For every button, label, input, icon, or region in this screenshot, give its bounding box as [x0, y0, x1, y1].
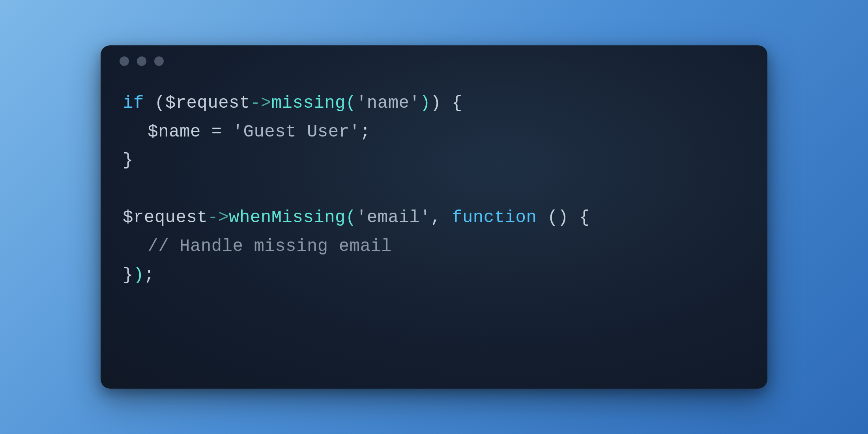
code-line-7: }); [123, 261, 745, 290]
brace-open: { [452, 93, 462, 113]
paren-open: ( [547, 208, 558, 227]
string-literal: 'name' [356, 93, 420, 113]
method-missing: missing [271, 93, 346, 113]
code-line-4-empty [123, 175, 745, 204]
code-line-1: if ($request->missing('name')) { [123, 89, 745, 118]
traffic-light-minimize-icon[interactable] [137, 56, 146, 66]
window-titlebar [101, 45, 767, 77]
semicolon: ; [360, 122, 370, 142]
assign-operator: = [211, 122, 222, 142]
string-literal: 'Guest User' [233, 122, 360, 142]
paren-open: ( [346, 208, 356, 227]
string-literal: 'email' [356, 208, 430, 227]
comment: // Handle missing email [148, 236, 392, 256]
keyword-function: function [452, 208, 537, 227]
code-line-3: } [123, 146, 745, 175]
code-line-6: // Handle missing email [123, 232, 745, 261]
paren-open: ( [155, 93, 165, 113]
keyword-if: if [123, 93, 144, 113]
brace-open: { [579, 208, 590, 227]
paren-close: ) [133, 265, 144, 285]
semicolon: ; [144, 265, 155, 285]
brace-close: } [123, 265, 133, 285]
variable-request: $request [165, 93, 250, 113]
brace-close: } [123, 150, 133, 170]
paren-close: ) [558, 208, 569, 227]
arrow-operator: -> [250, 93, 271, 113]
traffic-light-maximize-icon[interactable] [154, 56, 164, 66]
comma: , [430, 208, 441, 227]
code-window: if ($request->missing('name')) { $name =… [101, 45, 767, 389]
variable-name: $name [148, 122, 201, 142]
paren-close: ) [420, 93, 430, 113]
paren-open: ( [346, 93, 356, 113]
code-line-5: $request->whenMissing('email', function … [123, 203, 745, 232]
traffic-light-close-icon[interactable] [120, 56, 129, 66]
code-editor[interactable]: if ($request->missing('name')) { $name =… [101, 77, 767, 289]
variable-request: $request [123, 208, 208, 227]
paren-close: ) [430, 93, 441, 113]
code-line-2: $name = 'Guest User'; [123, 118, 745, 146]
method-whenmissing: whenMissing [229, 208, 346, 227]
arrow-operator: -> [208, 208, 229, 227]
